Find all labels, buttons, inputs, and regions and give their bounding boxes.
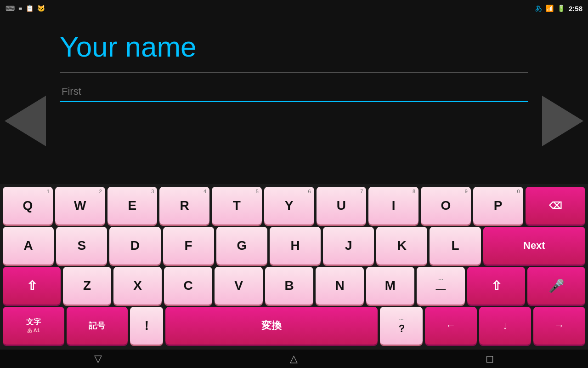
- key-o[interactable]: 9O: [421, 187, 471, 224]
- key-t[interactable]: 5T: [212, 187, 262, 224]
- key-e[interactable]: 3E: [107, 187, 158, 224]
- bottom-nav: ▽ △ ◻: [0, 350, 588, 368]
- key-z[interactable]: Z: [63, 267, 111, 305]
- wifi-icon: 📶: [546, 5, 554, 12]
- key-f[interactable]: F: [163, 227, 214, 264]
- divider: [60, 72, 528, 73]
- arrow-right-icon: →: [554, 320, 565, 332]
- battery-icon: 🔋: [557, 5, 565, 12]
- keyboard-row-1: 1Q 2W 3E 4R 5T 6Y 7U 8I 9O 0P ⌫: [3, 187, 585, 224]
- keyboard-icon: ⌨: [6, 5, 15, 12]
- keyboard-row-3: ⇧ Z X C V B N M ··· — ⇧ 🎤: [3, 267, 585, 305]
- moji-sublabel: あ A1: [27, 327, 40, 334]
- key-arrow-left[interactable]: ←: [425, 307, 477, 345]
- key-shift-right[interactable]: ⇧: [467, 267, 525, 305]
- japanese-icon: あ: [535, 4, 542, 13]
- space-label: 変換: [261, 319, 282, 333]
- kigou-label: 記号: [89, 320, 105, 331]
- key-d[interactable]: D: [109, 227, 160, 264]
- key-punctuation[interactable]: ··· —: [417, 267, 465, 305]
- key-m[interactable]: M: [366, 267, 414, 305]
- keyboard-row-2: A S D F G H J K L Next: [3, 227, 585, 264]
- key-w[interactable]: 2W: [55, 187, 105, 224]
- keyboard-row-4: 文字 あ A1 記号 ！ 変換 ··· ？ ← ↓ →: [3, 307, 585, 345]
- key-l[interactable]: L: [430, 227, 481, 264]
- key-x[interactable]: X: [113, 267, 162, 305]
- menu-icon: ≡: [18, 5, 22, 12]
- key-u[interactable]: 7U: [317, 187, 367, 224]
- moji-label: 文字: [26, 317, 41, 327]
- mic-icon: 🎤: [548, 278, 565, 293]
- recents-button[interactable]: ◻: [486, 353, 494, 365]
- key-b[interactable]: B: [265, 267, 313, 305]
- key-v[interactable]: V: [215, 267, 263, 305]
- backspace-icon: ⌫: [549, 200, 562, 211]
- shift-left-icon: ⇧: [27, 278, 37, 293]
- status-bar: ⌨ ≡ 📋 🐱 あ 📶 🔋 2:58: [0, 0, 588, 17]
- shift-right-icon: ⇧: [491, 278, 502, 293]
- key-backspace[interactable]: ⌫: [526, 187, 586, 224]
- arrow-down-icon: ↓: [503, 320, 508, 332]
- key-mic[interactable]: 🎤: [527, 267, 585, 305]
- key-next[interactable]: Next: [483, 227, 585, 264]
- content-area: Your name: [0, 17, 588, 198]
- key-arrow-down[interactable]: ↓: [479, 307, 531, 345]
- key-k[interactable]: K: [376, 227, 427, 264]
- key-moji[interactable]: 文字 あ A1: [3, 307, 64, 345]
- key-c[interactable]: C: [164, 267, 212, 305]
- key-i[interactable]: 8I: [368, 187, 418, 224]
- key-y[interactable]: 6Y: [264, 187, 314, 224]
- key-exclaim[interactable]: ！: [130, 307, 163, 345]
- first-name-container: [60, 82, 528, 102]
- arrow-left-icon: ←: [446, 320, 456, 332]
- keyboard: 1Q 2W 3E 4R 5T 6Y 7U 8I 9O 0P ⌫ A S D F …: [0, 184, 588, 350]
- key-arrow-right[interactable]: →: [533, 307, 585, 345]
- clipboard-icon: 📋: [26, 5, 34, 12]
- key-s[interactable]: S: [56, 227, 107, 264]
- key-kigou[interactable]: 記号: [67, 307, 128, 345]
- key-j[interactable]: J: [323, 227, 374, 264]
- page-title: Your name: [60, 30, 528, 63]
- key-a[interactable]: A: [3, 227, 54, 264]
- key-g[interactable]: G: [216, 227, 267, 264]
- key-space[interactable]: 変換: [165, 307, 378, 345]
- status-time: 2:58: [569, 5, 582, 12]
- prev-arrow[interactable]: [5, 96, 46, 146]
- status-right-icons: あ 📶 🔋 2:58: [535, 4, 582, 13]
- back-button[interactable]: ▽: [94, 353, 102, 365]
- key-q[interactable]: 1Q: [3, 187, 53, 224]
- home-button[interactable]: △: [290, 353, 298, 365]
- cat-icon: 🐱: [37, 5, 45, 12]
- next-label: Next: [523, 240, 545, 252]
- next-arrow[interactable]: [542, 96, 583, 146]
- status-left-icons: ⌨ ≡ 📋 🐱: [6, 5, 45, 12]
- key-r[interactable]: 4R: [159, 187, 209, 224]
- key-shift-left[interactable]: ⇧: [3, 267, 61, 305]
- key-n[interactable]: N: [316, 267, 364, 305]
- key-p[interactable]: 0P: [473, 187, 523, 224]
- first-name-input[interactable]: [60, 82, 528, 102]
- key-h[interactable]: H: [270, 227, 321, 264]
- key-question[interactable]: ··· ？: [380, 307, 422, 345]
